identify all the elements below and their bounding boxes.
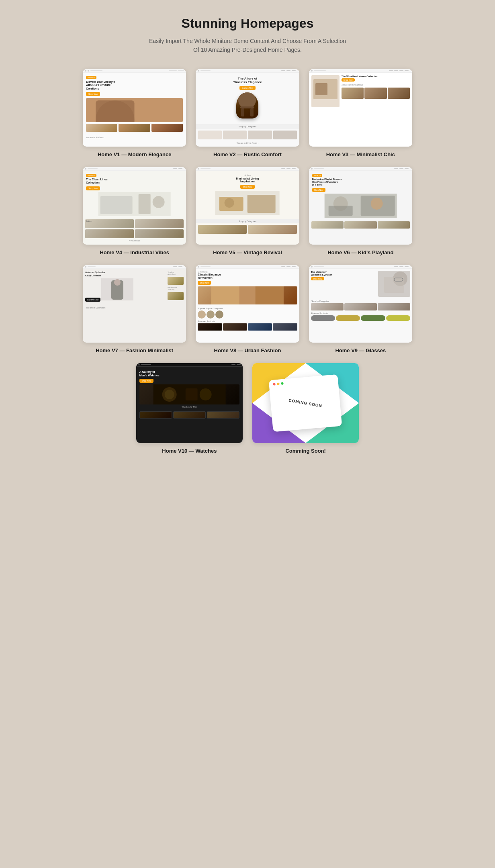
v1-hero-image [86,98,183,122]
v4-hero: miniture The Clean LinesCollection Shop … [83,171,186,219]
v10-hero-text: A Gallery ofMen's Watches [139,370,239,377]
svg-rect-4 [135,104,167,120]
v10-watch-row [136,411,243,419]
card-v1[interactable]: miniture Elevate Your Lifestylewith Our … [83,69,186,157]
v9-person-area [378,271,410,297]
card-label-v8: Home V8 — Urban Fashion [214,347,281,353]
v3-hero-text: The Woodland Haven Collection [342,75,410,78]
v10-hero: A Gallery ofMen's Watches Shop Now [136,367,243,411]
card-preview-v10[interactable]: A Gallery ofMen's Watches Shop Now [136,363,243,443]
v1-breadcrumb: You are in: Kitchen › [83,135,186,140]
card-v2[interactable]: The Allure ofTimeless Elegance Explore N… [196,69,299,157]
v6-badge: miniture [312,174,323,177]
mock-line [88,168,98,169]
v1-badge: miniture [86,76,96,79]
card-preview-v1[interactable]: miniture Elevate Your Lifestylewith Our … [83,69,186,147]
v7-cta[interactable]: Explore Now [85,298,100,302]
coming-dots [273,382,284,385]
svg-rect-0 [98,98,171,122]
v9-categories [309,303,412,310]
mock-line [200,70,211,71]
card-v4[interactable]: miniture The Clean LinesCollection Shop … [83,167,186,255]
v2-chair-image [236,92,258,118]
svg-point-38 [164,390,174,399]
v7-hero-text: Autumn SplendorCozy Comfort [85,271,166,278]
card-preview-v4[interactable]: miniture The Clean LinesCollection Shop … [83,167,186,245]
mock-nav [393,266,410,267]
card-preview-v7[interactable]: Autumn SplendorCozy Comfort Explore Now … [83,265,186,343]
v5-product-grid [196,223,299,235]
card-preview-v6[interactable]: miniture Designing Playful DreamsOne Pie… [309,167,412,245]
card-v5[interactable]: miniture Minimalist LivingInspiration Sh… [196,167,299,255]
v2-breadcrumb: You are in Living Room › [196,141,299,145]
coming-card-container: COMING SOON [252,363,359,443]
v6-hero-image [312,194,409,218]
v9-category-label: Shop by Categories [309,299,412,303]
card-label-v7: Home V7 — Fashion Minimalist [96,347,173,353]
card-preview-v5[interactable]: miniture Minimalist LivingInspiration Sh… [196,167,299,245]
svg-point-5 [238,92,256,108]
mock-dot [88,70,89,71]
mock-line [200,266,211,267]
mock-nav [231,364,241,365]
mock-nav [172,168,184,169]
card-v8[interactable]: MINITURE Classic Elegancefor Women Shop … [196,265,299,353]
v3-cta[interactable]: Shop Now [342,78,355,82]
mock-line [178,70,184,71]
mock-line [90,70,102,71]
v4-badge: miniture [86,174,96,177]
v6-hero-text: Designing Playful DreamsOne Piece of Fur… [312,178,409,187]
v2-cta[interactable]: Explore Now [239,86,256,90]
page-title: Stunning Homepages [83,16,412,31]
mock-dot [85,168,86,170]
card-label-coming: Comming Soon! [285,448,325,454]
v6-cta[interactable]: Shop Now [312,188,325,192]
card-label-v6: Home V6 — Kid's Playland [327,249,393,255]
card-v3[interactable]: The Woodland Haven Collection Shop Now 1… [309,69,412,157]
grid-row-4: A Gallery ofMen's Watches Shop Now [83,363,412,454]
card-v9[interactable]: The VisionaryWomen's Eyewear Shop Now [309,265,412,353]
v10-cta[interactable]: Shop Now [139,379,153,383]
v1-cta[interactable]: Shop Now [86,92,100,96]
v9-hero-text: The VisionaryWomen's Eyewear [311,271,376,276]
card-v10[interactable]: A Gallery ofMen's Watches Shop Now [136,363,243,454]
mock-dot [138,364,140,366]
mock-line [314,168,324,169]
v7-hero: Autumn SplendorCozy Comfort Explore Now … [83,269,186,306]
v7-person-image [101,278,133,300]
card-v6[interactable]: miniture Designing Playful DreamsOne Pie… [309,167,412,255]
mock-line [141,364,151,365]
v6-hero: miniture Designing Playful DreamsOne Pie… [309,171,412,222]
card-preview-v2[interactable]: The Allure ofTimeless Elegance Explore N… [196,69,299,147]
mock-dot [85,266,86,268]
v9-cta[interactable]: Shop Now [311,277,324,280]
svg-rect-13 [100,196,133,214]
v3-hero-img [311,75,340,108]
v4-cta[interactable]: Shop Now [86,186,100,190]
mock-nav [280,266,297,267]
svg-rect-2 [106,106,127,112]
mock-dot [198,266,199,268]
svg-rect-39 [185,388,197,400]
v7-item1-image [168,277,184,285]
mock-dot [198,168,199,170]
card-preview-v3[interactable]: The Woodland Haven Collection Shop Now 1… [309,69,412,147]
svg-rect-1 [102,108,131,120]
v7-breadcrumb: You are in Outerwear › [83,306,186,310]
v5-cta[interactable]: Shop Now [240,185,254,189]
svg-rect-8 [250,108,254,116]
card-v7[interactable]: Autumn SplendorCozy Comfort Explore Now … [83,265,186,353]
v9-person-image [378,271,410,297]
v7-text: Autumn SplendorCozy Comfort Explore Now [85,271,166,304]
card-preview-v8[interactable]: MINITURE Classic Elegancefor Women Shop … [196,265,299,343]
svg-point-3 [139,103,154,117]
card-preview-v9[interactable]: The VisionaryWomen's Eyewear Shop Now [309,265,412,343]
svg-point-15 [153,196,165,208]
card-coming-soon[interactable]: COMING SOON Comming Soon! [252,363,359,454]
coming-card: COMING SOON [269,374,342,432]
v8-cta[interactable]: Shop Now [198,281,211,285]
card-label-v1: Home V1 — Modern Elegance [98,151,172,157]
v6-product-grid [309,221,412,229]
svg-rect-14 [139,194,151,214]
card-label-v5: Home V5 — Vintage Revival [213,249,282,255]
